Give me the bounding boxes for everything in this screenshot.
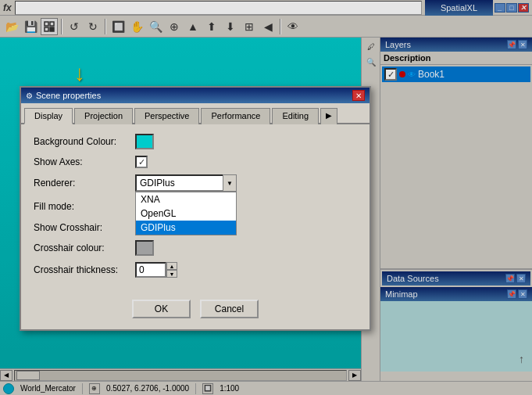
crosshair-thickness-spinner: 0 ▲ ▼ xyxy=(135,262,177,278)
renderer-option-xna[interactable]: XNA xyxy=(136,192,236,206)
tab-perspective[interactable]: Perspective xyxy=(134,108,199,124)
crosshair-colour-picker[interactable] xyxy=(135,240,154,256)
cancel-button[interactable]: Cancel xyxy=(200,300,259,318)
dialog-close-button[interactable]: ✕ xyxy=(352,90,365,101)
renderer-dropdown-list: XNA OpenGL GDIPlus xyxy=(135,192,237,235)
dialog-title-left: ⚙ Scene properties xyxy=(26,91,101,100)
ok-button[interactable]: OK xyxy=(132,300,191,318)
modal-overlay: ⚙ Scene properties ✕ Display Projection … xyxy=(0,0,532,395)
renderer-dropdown-arrow[interactable]: ▼ xyxy=(223,174,237,192)
dialog-title: Scene properties xyxy=(36,91,101,100)
renderer-option-gdiplus[interactable]: GDIPlus xyxy=(136,221,236,235)
renderer-option-opengl[interactable]: OpenGL xyxy=(136,206,236,221)
show-crosshair-label: Show Crosshair: xyxy=(34,222,135,233)
tab-more-button[interactable]: ▶ xyxy=(320,108,337,124)
renderer-current-value: GDIPlus xyxy=(140,178,175,189)
spinner-up-btn[interactable]: ▲ xyxy=(166,262,177,270)
renderer-label: Renderer: xyxy=(34,178,135,189)
tab-editing[interactable]: Editing xyxy=(272,108,319,124)
dialog-icon: ⚙ xyxy=(26,92,33,100)
fill-mode-label: Fill mode: xyxy=(34,201,135,212)
crosshair-colour-row: Crosshair colour: xyxy=(34,240,357,256)
crosshair-thickness-input[interactable]: 0 xyxy=(135,262,166,278)
tab-performance[interactable]: Performance xyxy=(201,108,270,124)
dialog-content: Background Colour: Show Axes: ✓ Renderer… xyxy=(21,124,370,293)
crosshair-thickness-row: Crosshair thickness: 0 ▲ ▼ xyxy=(34,262,357,278)
background-colour-row: Background Colour: xyxy=(34,134,357,149)
spinner-buttons: ▲ ▼ xyxy=(166,262,177,278)
renderer-select[interactable]: GDIPlus xyxy=(135,174,237,192)
background-colour-label: Background Colour: xyxy=(34,136,135,147)
spinner-down-btn[interactable]: ▼ xyxy=(166,270,177,278)
tab-projection[interactable]: Projection xyxy=(74,108,133,124)
scene-properties-dialog: ⚙ Scene properties ✕ Display Projection … xyxy=(20,86,371,331)
background-colour-picker[interactable] xyxy=(135,134,154,149)
dialog-footer: OK Cancel xyxy=(21,293,370,329)
show-axes-label: Show Axes: xyxy=(34,156,135,167)
dialog-tabs: Display Projection Perspective Performan… xyxy=(21,103,370,124)
renderer-row: Renderer: GDIPlus ▼ XNA OpenGL GDIPlus xyxy=(34,174,357,192)
tab-display[interactable]: Display xyxy=(24,108,73,124)
dialog-title-bar: ⚙ Scene properties ✕ xyxy=(21,88,370,103)
crosshair-thickness-label: Crosshair thickness: xyxy=(34,264,135,275)
crosshair-colour-label: Crosshair colour: xyxy=(34,242,135,253)
show-axes-checkbox[interactable]: ✓ xyxy=(135,156,148,168)
show-axes-row: Show Axes: ✓ xyxy=(34,156,357,168)
renderer-dropdown-wrapper: GDIPlus ▼ XNA OpenGL GDIPlus xyxy=(135,174,237,192)
